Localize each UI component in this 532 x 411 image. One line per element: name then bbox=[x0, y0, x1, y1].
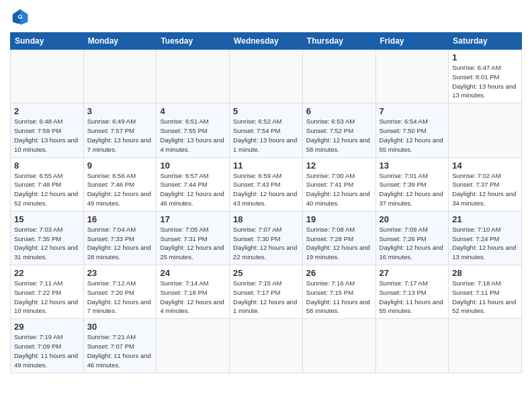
day-number: 22 bbox=[14, 268, 80, 278]
header-row: SundayMondayTuesdayWednesdayThursdayFrid… bbox=[11, 33, 522, 50]
calendar-cell: 2 Sunrise: 6:48 AMSunset: 7:59 PMDayligh… bbox=[11, 103, 84, 157]
calendar-cell: 9 Sunrise: 6:56 AMSunset: 7:46 PMDayligh… bbox=[83, 157, 157, 211]
calendar-cell: 24 Sunrise: 7:14 AMSunset: 7:18 PMDaylig… bbox=[157, 265, 230, 319]
calendar-cell: 25 Sunrise: 7:15 AMSunset: 7:17 PMDaylig… bbox=[230, 265, 303, 319]
day-detail: Sunrise: 7:03 AMSunset: 7:35 PMDaylight:… bbox=[14, 226, 78, 261]
calendar-cell: 11 Sunrise: 6:59 AMSunset: 7:43 PMDaylig… bbox=[230, 157, 303, 211]
day-detail: Sunrise: 7:15 AMSunset: 7:17 PMDaylight:… bbox=[233, 279, 297, 314]
calendar-cell: 26 Sunrise: 7:16 AMSunset: 7:15 PMDaylig… bbox=[302, 265, 375, 319]
calendar-cell: 1 Sunrise: 6:47 AMSunset: 8:01 PMDayligh… bbox=[449, 50, 522, 103]
day-number: 1 bbox=[452, 52, 518, 62]
calendar-cell: 12 Sunrise: 7:00 AMSunset: 7:41 PMDaylig… bbox=[302, 157, 375, 211]
calendar-cell: 15 Sunrise: 7:03 AMSunset: 7:35 PMDaylig… bbox=[11, 211, 84, 265]
day-number: 6 bbox=[306, 106, 372, 116]
day-detail: Sunrise: 7:16 AMSunset: 7:15 PMDaylight:… bbox=[306, 279, 370, 314]
day-number: 8 bbox=[14, 161, 80, 171]
day-detail: Sunrise: 6:59 AMSunset: 7:43 PMDaylight:… bbox=[233, 172, 297, 207]
calendar-cell: 30 Sunrise: 7:21 AMSunset: 7:07 PMDaylig… bbox=[83, 319, 157, 373]
day-number: 20 bbox=[380, 214, 445, 224]
calendar-cell bbox=[157, 50, 230, 103]
day-detail: Sunrise: 6:51 AMSunset: 7:55 PMDaylight:… bbox=[160, 118, 224, 152]
day-number: 18 bbox=[233, 214, 299, 224]
day-detail: Sunrise: 7:00 AMSunset: 7:41 PMDaylight:… bbox=[306, 172, 370, 207]
calendar-cell: 28 Sunrise: 7:18 AMSunset: 7:11 PMDaylig… bbox=[449, 265, 522, 319]
calendar-cell: 23 Sunrise: 7:12 AMSunset: 7:20 PMDaylig… bbox=[83, 265, 157, 319]
day-detail: Sunrise: 7:11 AMSunset: 7:22 PMDaylight:… bbox=[14, 279, 78, 314]
header-cell-thursday: Thursday bbox=[302, 33, 375, 50]
day-number: 28 bbox=[452, 268, 518, 278]
header-cell-wednesday: Wednesday bbox=[230, 33, 303, 50]
week-row-6: 29 Sunrise: 7:19 AMSunset: 7:09 PMDaylig… bbox=[11, 319, 522, 373]
page-container: G SundayMondayTuesdayWednesdayThursdayFr… bbox=[0, 0, 532, 380]
day-number: 25 bbox=[233, 268, 299, 278]
calendar-cell bbox=[375, 50, 449, 103]
day-number: 23 bbox=[87, 268, 153, 278]
logo-icon: G bbox=[10, 7, 30, 27]
day-number: 15 bbox=[14, 214, 80, 224]
day-number: 29 bbox=[14, 322, 80, 332]
day-detail: Sunrise: 7:21 AMSunset: 7:07 PMDaylight:… bbox=[87, 333, 151, 368]
calendar-cell bbox=[449, 319, 522, 373]
day-number: 11 bbox=[233, 161, 299, 171]
calendar-cell bbox=[157, 319, 230, 373]
day-detail: Sunrise: 6:56 AMSunset: 7:46 PMDaylight:… bbox=[87, 172, 151, 207]
logo: G bbox=[10, 7, 32, 27]
week-row-3: 8 Sunrise: 6:55 AMSunset: 7:48 PMDayligh… bbox=[11, 157, 522, 211]
day-detail: Sunrise: 7:02 AMSunset: 7:37 PMDaylight:… bbox=[452, 172, 516, 207]
calendar-body: 1 Sunrise: 6:47 AMSunset: 8:01 PMDayligh… bbox=[11, 50, 522, 373]
calendar-cell: 14 Sunrise: 7:02 AMSunset: 7:37 PMDaylig… bbox=[449, 157, 522, 211]
day-number: 17 bbox=[160, 214, 226, 224]
calendar-cell: 21 Sunrise: 7:10 AMSunset: 7:24 PMDaylig… bbox=[449, 211, 522, 265]
day-detail: Sunrise: 6:53 AMSunset: 7:52 PMDaylight:… bbox=[306, 118, 370, 152]
day-number: 5 bbox=[233, 106, 299, 116]
day-detail: Sunrise: 6:52 AMSunset: 7:54 PMDaylight:… bbox=[233, 118, 297, 152]
header-cell-sunday: Sunday bbox=[11, 33, 84, 50]
calendar-cell: 5 Sunrise: 6:52 AMSunset: 7:54 PMDayligh… bbox=[230, 103, 303, 157]
day-number: 19 bbox=[306, 214, 372, 224]
day-detail: Sunrise: 7:05 AMSunset: 7:31 PMDaylight:… bbox=[160, 226, 224, 261]
calendar-cell bbox=[83, 50, 157, 103]
calendar-cell: 16 Sunrise: 7:04 AMSunset: 7:33 PMDaylig… bbox=[83, 211, 157, 265]
day-number: 14 bbox=[452, 161, 518, 171]
day-number: 13 bbox=[380, 161, 445, 171]
calendar-cell: 3 Sunrise: 6:49 AMSunset: 7:57 PMDayligh… bbox=[83, 103, 157, 157]
day-number: 10 bbox=[160, 161, 226, 171]
day-detail: Sunrise: 7:04 AMSunset: 7:33 PMDaylight:… bbox=[87, 226, 151, 261]
day-detail: Sunrise: 6:57 AMSunset: 7:44 PMDaylight:… bbox=[160, 172, 224, 207]
day-detail: Sunrise: 6:47 AMSunset: 8:01 PMDaylight:… bbox=[452, 64, 516, 99]
day-detail: Sunrise: 6:54 AMSunset: 7:50 PMDaylight:… bbox=[380, 118, 443, 152]
calendar-cell: 6 Sunrise: 6:53 AMSunset: 7:52 PMDayligh… bbox=[302, 103, 375, 157]
day-number: 7 bbox=[380, 106, 445, 116]
calendar-cell: 19 Sunrise: 7:08 AMSunset: 7:28 PMDaylig… bbox=[302, 211, 375, 265]
calendar-cell bbox=[375, 319, 449, 373]
day-number: 9 bbox=[87, 161, 153, 171]
day-detail: Sunrise: 7:10 AMSunset: 7:24 PMDaylight:… bbox=[452, 226, 516, 261]
header-cell-tuesday: Tuesday bbox=[157, 33, 230, 50]
calendar-cell bbox=[449, 103, 522, 157]
week-row-5: 22 Sunrise: 7:11 AMSunset: 7:22 PMDaylig… bbox=[11, 265, 522, 319]
day-number: 3 bbox=[87, 106, 153, 116]
day-detail: Sunrise: 7:18 AMSunset: 7:11 PMDaylight:… bbox=[452, 279, 516, 314]
calendar-cell bbox=[302, 319, 375, 373]
calendar-cell: 17 Sunrise: 7:05 AMSunset: 7:31 PMDaylig… bbox=[157, 211, 230, 265]
header-cell-friday: Friday bbox=[375, 33, 449, 50]
calendar-cell: 20 Sunrise: 7:09 AMSunset: 7:26 PMDaylig… bbox=[375, 211, 449, 265]
day-detail: Sunrise: 6:49 AMSunset: 7:57 PMDaylight:… bbox=[87, 118, 151, 152]
calendar-cell: 13 Sunrise: 7:01 AMSunset: 7:39 PMDaylig… bbox=[375, 157, 449, 211]
day-number: 24 bbox=[160, 268, 226, 278]
day-detail: Sunrise: 7:17 AMSunset: 7:13 PMDaylight:… bbox=[380, 279, 443, 314]
header-cell-saturday: Saturday bbox=[449, 33, 522, 50]
page-header: G bbox=[10, 7, 522, 27]
week-row-2: 2 Sunrise: 6:48 AMSunset: 7:59 PMDayligh… bbox=[11, 103, 522, 157]
day-number: 2 bbox=[14, 106, 80, 116]
day-number: 16 bbox=[87, 214, 153, 224]
day-detail: Sunrise: 6:48 AMSunset: 7:59 PMDaylight:… bbox=[14, 118, 78, 152]
day-detail: Sunrise: 6:55 AMSunset: 7:48 PMDaylight:… bbox=[14, 172, 78, 207]
calendar-cell bbox=[230, 50, 303, 103]
day-detail: Sunrise: 7:19 AMSunset: 7:09 PMDaylight:… bbox=[14, 333, 78, 368]
day-number: 12 bbox=[306, 161, 372, 171]
calendar-cell bbox=[302, 50, 375, 103]
week-row-1: 1 Sunrise: 6:47 AMSunset: 8:01 PMDayligh… bbox=[11, 50, 522, 103]
day-detail: Sunrise: 7:07 AMSunset: 7:30 PMDaylight:… bbox=[233, 226, 297, 261]
calendar-cell: 4 Sunrise: 6:51 AMSunset: 7:55 PMDayligh… bbox=[157, 103, 230, 157]
